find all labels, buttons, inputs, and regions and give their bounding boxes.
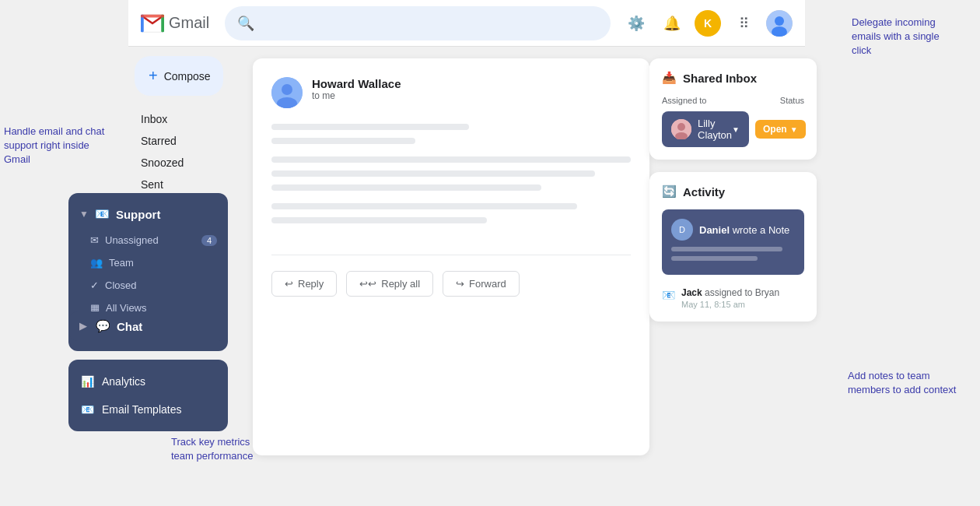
email-templates-item[interactable]: 📧 Email Templates	[68, 395, 228, 423]
compose-button[interactable]: + Compose	[135, 56, 223, 96]
nav-item-sent[interactable]: Sent	[128, 174, 223, 195]
analytics-icon: 📊	[81, 375, 94, 388]
chat-header: ▶ 💬 Chat	[79, 319, 217, 333]
svg-point-8	[282, 84, 292, 95]
assignee-avatar	[671, 119, 691, 139]
activity-entry: 📧 Jack assigned to Bryan May 11, 8:15 am	[662, 284, 804, 309]
email-line-4	[271, 170, 595, 177]
svg-point-5	[775, 16, 784, 26]
plus-icon: +	[149, 67, 158, 85]
svg-point-11	[677, 123, 685, 131]
activity-entry-time: May 11, 8:15 am	[681, 300, 779, 309]
nav-item-snoozed[interactable]: Snoozed	[128, 152, 223, 174]
search-bar[interactable]: 🔍	[225, 6, 611, 40]
gmail-logo: Gmail	[141, 12, 209, 35]
note-author-row: D Daniel wrote a Note	[671, 219, 795, 241]
assignee-selector[interactable]: Lilly Clayton ▼	[662, 111, 749, 147]
unassigned-label: Unassigned	[105, 234, 159, 246]
analytics-label: Analytics	[102, 375, 145, 388]
search-icon: 🔍	[237, 15, 254, 32]
support-title: Support	[116, 208, 161, 221]
chevron-down-icon: ▼	[79, 209, 89, 220]
email-templates-icon: 📧	[81, 403, 94, 416]
annotation-bottomright: Add notes to team members to add context	[848, 369, 957, 397]
assignee-name: Lilly Clayton	[698, 118, 732, 141]
svg-rect-3	[141, 14, 164, 17]
inbox-icon: 📥	[662, 71, 677, 85]
notifications-icon[interactable]: 🔔	[659, 10, 685, 37]
activity-card: 🔄 Activity D Daniel wrote a Note 📧 Jack …	[649, 172, 817, 322]
annotation-topleft: Handle email and chat support right insi…	[4, 125, 105, 167]
apps-icon[interactable]: ⠿	[730, 10, 757, 37]
settings-icon[interactable]: ⚙️	[623, 10, 649, 37]
support-item-closed[interactable]: ✓ Closed	[68, 274, 228, 297]
sender-avatar	[271, 77, 303, 108]
nav-item-starred[interactable]: Starred	[128, 130, 223, 152]
sidebar-nav: + Compose Inbox Starred Snoozed Sent	[128, 47, 229, 205]
analytics-item[interactable]: 📊 Analytics	[68, 367, 228, 395]
avatar[interactable]	[766, 10, 793, 37]
assignee-chevron-icon: ▼	[732, 125, 740, 134]
activity-icon: 🔄	[662, 184, 677, 199]
note-avatar: D	[671, 219, 693, 241]
support-header[interactable]: ▼ 📧 Support	[68, 202, 228, 229]
note-line-2	[671, 256, 758, 261]
inbox-label: Inbox	[141, 113, 167, 125]
status-label: Status	[780, 96, 804, 105]
email-sender: Howard Wallace to me	[271, 77, 631, 108]
status-text: Open	[763, 124, 787, 135]
chevron-right-icon: ▶	[79, 321, 86, 332]
reply-icon: ↩	[285, 278, 293, 290]
note-card: D Daniel wrote a Note	[662, 209, 804, 275]
note-line-1	[671, 247, 782, 251]
reply-label: Reply	[298, 278, 324, 290]
snoozed-label: Snoozed	[141, 156, 184, 169]
app-title: Gmail	[169, 14, 209, 32]
note-text: Daniel wrote a Note	[699, 224, 789, 236]
support-item-unassigned[interactable]: ✉ Unassigned 4	[68, 229, 228, 251]
shared-inbox-title: Shared Inbox	[683, 72, 757, 85]
email-body	[271, 124, 631, 223]
gmail-m-icon	[141, 12, 164, 35]
team-icon: 👥	[90, 257, 103, 269]
header-icons: ⚙️ 🔔 K ⠿	[623, 10, 793, 37]
chat-section[interactable]: ▶ 💬 Chat	[68, 311, 228, 341]
shared-inbox-header: 📥 Shared Inbox	[662, 71, 804, 85]
email-line-7	[271, 217, 487, 223]
bottom-panel: 📊 Analytics 📧 Email Templates	[68, 360, 228, 431]
gmail-header: Gmail 🔍 ⚙️ 🔔 K ⠿	[128, 0, 805, 47]
activity-header: 🔄 Activity	[662, 184, 804, 199]
reply-all-label: Reply all	[381, 278, 420, 290]
email-templates-label: Email Templates	[102, 403, 181, 416]
reply-all-icon: ↩↩	[359, 278, 376, 290]
unassigned-badge: 4	[201, 235, 217, 246]
compose-label: Compose	[164, 70, 211, 83]
inbox-icon: ✉	[90, 234, 99, 246]
email-line-2	[271, 138, 415, 144]
closed-icon: ✓	[90, 279, 99, 291]
email-line-5	[271, 184, 541, 191]
assigned-row: Assigned to Status	[662, 96, 804, 105]
email-line-1	[271, 124, 469, 130]
sender-info: Howard Wallace to me	[312, 77, 401, 101]
user-initial-icon[interactable]: K	[695, 10, 721, 37]
sender-name: Howard Wallace	[312, 77, 401, 90]
support-icon: 📧	[95, 207, 110, 221]
right-panel: 📥 Shared Inbox Assigned to Status Lilly	[649, 58, 817, 322]
starred-label: Starred	[141, 135, 177, 147]
nav-item-inbox[interactable]: Inbox	[128, 108, 223, 130]
reply-all-button[interactable]: ↩↩ Reply all	[346, 271, 433, 297]
support-item-team[interactable]: 👥 Team	[68, 251, 228, 274]
forward-button[interactable]: ↪ Forward	[443, 271, 520, 297]
email-actions: ↩ Reply ↩↩ Reply all ↪ Forward	[271, 255, 631, 297]
chat-title: Chat	[117, 320, 142, 333]
status-badge[interactable]: Open ▼	[755, 120, 806, 139]
activity-entry-icon: 📧	[662, 289, 675, 301]
team-label: Team	[109, 257, 134, 269]
assigned-to-label: Assigned to	[662, 96, 706, 105]
reply-button[interactable]: ↩ Reply	[271, 271, 337, 297]
sender-to: to me	[312, 90, 401, 101]
annotation-topright: Delegate incoming emails with a single c…	[852, 16, 961, 58]
activity-title: Activity	[683, 185, 725, 199]
chat-icon: 💬	[96, 319, 110, 333]
